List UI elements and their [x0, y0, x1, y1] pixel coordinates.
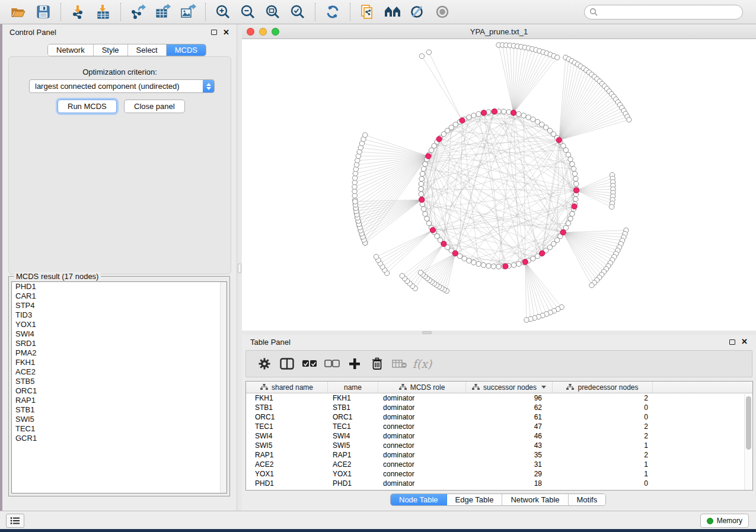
cell-successor-nodes[interactable]: 43: [466, 441, 553, 450]
ring-node[interactable]: [568, 216, 573, 221]
cell-successor-nodes[interactable]: 61: [466, 413, 553, 421]
table-row[interactable]: SWI4SWI4dominator462: [246, 431, 752, 441]
cell-shared-name[interactable]: STB1: [246, 403, 328, 412]
cell-successor-nodes[interactable]: 62: [466, 403, 553, 412]
mcds-result-list[interactable]: PHD1CAR1STP4TID3YOX1SWI4SRD1PMA2FKH1ACE2…: [11, 281, 227, 493]
show-all-button[interactable]: [433, 3, 451, 21]
ring-node[interactable]: [419, 187, 423, 191]
mcds-node-item[interactable]: SWI5: [12, 415, 227, 424]
cell-predecessor-nodes[interactable]: 2: [553, 394, 653, 402]
cell-mcds-role[interactable]: dominator: [378, 403, 466, 412]
export-network-button[interactable]: [129, 3, 147, 21]
cell-successor-nodes[interactable]: 46: [466, 432, 553, 440]
ring-node[interactable]: [419, 181, 423, 186]
ring-node[interactable]: [419, 191, 423, 196]
ring-node[interactable]: [421, 207, 426, 211]
close-panel-icon[interactable]: ✕: [223, 30, 229, 36]
ring-node[interactable]: [501, 109, 506, 114]
cell-shared-name[interactable]: ACE2: [246, 460, 328, 469]
cell-name[interactable]: TEC1: [328, 422, 378, 431]
mcds-node[interactable]: [540, 251, 545, 256]
mcds-node-item[interactable]: RAP1: [12, 396, 227, 405]
ring-node[interactable]: [506, 110, 511, 114]
mcds-node[interactable]: [573, 188, 579, 193]
mcds-node-item[interactable]: TID3: [12, 310, 227, 320]
ring-node[interactable]: [481, 262, 486, 267]
ring-node[interactable]: [535, 254, 540, 258]
horizontal-splitter[interactable]: [242, 331, 756, 335]
cell-name[interactable]: RAP1: [328, 451, 378, 459]
splitter-handle[interactable]: [238, 264, 241, 273]
cell-predecessor-nodes[interactable]: 1: [553, 470, 653, 478]
leaf-node[interactable]: [524, 318, 529, 322]
ring-node[interactable]: [566, 152, 570, 157]
cell-predecessor-nodes[interactable]: 0: [553, 403, 653, 412]
mcds-node[interactable]: [511, 110, 516, 116]
ring-node[interactable]: [425, 216, 429, 221]
search-input[interactable]: [598, 6, 742, 18]
ring-node[interactable]: [421, 166, 426, 171]
tab-mcds[interactable]: MCDS: [167, 44, 206, 56]
ring-node[interactable]: [462, 256, 467, 261]
leaf-node[interactable]: [627, 117, 631, 122]
mcds-node[interactable]: [572, 204, 577, 209]
cell-successor-nodes[interactable]: 96: [466, 394, 553, 402]
zoom-selected-button[interactable]: [289, 3, 307, 21]
tab-select[interactable]: Select: [128, 44, 167, 56]
ring-node[interactable]: [511, 262, 516, 267]
cell-predecessor-nodes[interactable]: 2: [553, 451, 653, 459]
table-settings-button[interactable]: [254, 354, 275, 374]
ring-node[interactable]: [420, 171, 425, 176]
mcds-node-item[interactable]: TEC1: [12, 424, 227, 434]
ring-node[interactable]: [531, 256, 535, 261]
mcds-node-item[interactable]: GCR1: [12, 434, 227, 443]
leaf-node[interactable]: [555, 55, 560, 60]
table-row[interactable]: ACE2ACE2connector311: [246, 460, 752, 469]
ring-node[interactable]: [496, 264, 501, 269]
ring-node[interactable]: [516, 261, 521, 266]
cell-shared-name[interactable]: PHD1: [246, 479, 328, 488]
mcds-node-item[interactable]: SRD1: [12, 339, 227, 348]
cell-shared-name[interactable]: YOX1: [246, 470, 328, 478]
mcds-node-item[interactable]: FKH1: [12, 358, 227, 367]
export-table-button[interactable]: [154, 3, 172, 21]
cell-name[interactable]: FKH1: [328, 394, 378, 402]
mcds-node[interactable]: [503, 264, 508, 269]
table-row[interactable]: ORC1ORC1dominator610: [246, 412, 752, 422]
mcds-node-item[interactable]: ORC1: [12, 386, 227, 396]
table-row[interactable]: SWI5SWI5connector431: [246, 441, 752, 450]
network-window-titlebar[interactable]: YPA_prune.txt_1: [242, 24, 756, 39]
cell-successor-nodes[interactable]: 18: [466, 479, 553, 488]
float-panel-icon[interactable]: [729, 339, 735, 345]
leaf-node[interactable]: [609, 204, 614, 209]
leaf-node[interactable]: [353, 199, 358, 204]
cell-successor-nodes[interactable]: 29: [466, 470, 553, 478]
table-row[interactable]: STB1STB1dominator620: [246, 403, 752, 412]
mcds-node[interactable]: [441, 241, 446, 246]
leaf-node[interactable]: [418, 270, 423, 275]
mcds-node[interactable]: [522, 259, 528, 265]
run-mcds-button[interactable]: Run MCDS: [58, 100, 117, 113]
ring-node[interactable]: [566, 221, 570, 226]
select-all-button[interactable]: [299, 354, 320, 374]
ring-node[interactable]: [563, 148, 568, 152]
table-row[interactable]: RAP1RAP1dominator352: [246, 450, 752, 460]
criterion-dropdown[interactable]: largest connected component (undirected): [29, 79, 215, 93]
cell-predecessor-nodes[interactable]: 0: [553, 479, 653, 488]
ring-node[interactable]: [574, 181, 579, 186]
leaf-node[interactable]: [374, 254, 378, 259]
cell-mcds-role[interactable]: dominator: [378, 394, 466, 402]
column-header-mcds-role[interactable]: MCDS role: [378, 382, 466, 393]
tab-edge-table[interactable]: Edge Table: [447, 494, 503, 505]
scrollbar-thumb[interactable]: [746, 396, 751, 450]
cell-predecessor-nodes[interactable]: 2: [553, 422, 653, 431]
mcds-node[interactable]: [492, 109, 497, 114]
zoom-in-button[interactable]: [214, 3, 232, 21]
leaf-node[interactable]: [426, 50, 431, 55]
ring-node[interactable]: [531, 117, 535, 121]
mcds-node-item[interactable]: SWI4: [12, 329, 227, 339]
memory-button[interactable]: Memory: [700, 514, 749, 528]
cell-name[interactable]: ORC1: [328, 413, 378, 421]
mcds-node[interactable]: [481, 110, 486, 116]
ring-node[interactable]: [476, 111, 481, 116]
